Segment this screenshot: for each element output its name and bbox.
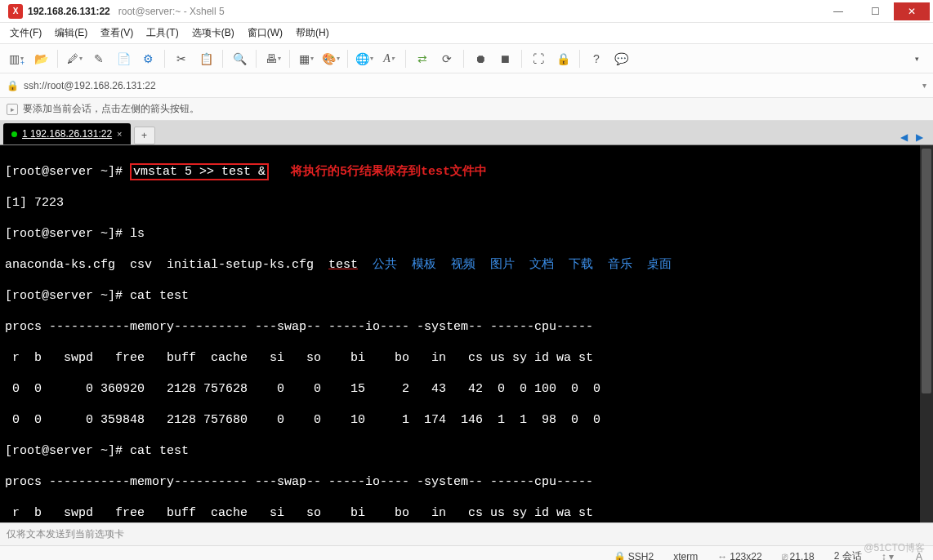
terminal[interactable]: [root@server ~]# vmstat 5 >> test & 将执行的… [0,145,933,522]
toolbar-overflow-icon[interactable]: ▾ [907,49,926,69]
menu-view[interactable]: 查看(V) [100,26,133,40]
transfer-icon[interactable]: ⇄ [413,49,432,69]
menu-help[interactable]: 帮助(H) [296,26,329,40]
ls-output: anaconda-ks.cfg csv initial-setup-ks.cfg [5,258,328,272]
lock-status-icon: 🔒 [614,551,626,561]
ls-dir: 公共 [373,258,397,272]
chat-icon[interactable]: 💬 [611,49,631,69]
menu-tabs[interactable]: 选项卡(B) [192,26,234,40]
lock-icon[interactable]: 🔒 [553,49,573,69]
prompt: [root@server ~]# [5,444,130,458]
vmstat-cols: r b swpd free buff cache si so bi bo in … [5,505,928,521]
close-button[interactable]: ✕ [894,2,930,20]
new-session-icon[interactable]: ▥+▾ [7,49,26,69]
minimize-button[interactable]: — [820,2,856,20]
position-icon: ⎚ [782,551,788,561]
cmd: cat test [130,444,189,458]
tab-prev-icon[interactable]: ◀ [897,130,911,144]
tab-next-icon[interactable]: ▶ [913,130,926,144]
maximize-button[interactable]: ☐ [857,2,893,20]
refresh-icon[interactable]: ⟳ [437,49,457,69]
toolbar: ▥+▾ 📂 🖉▾ ✎ 📄 ⚙ ✂ 📋 🔍 🖶▾ ▦▾ 🎨▾ 🌐▾ A▾ ⇄ ⟳ … [0,44,933,73]
annotation: 将执行的5行结果保存到test文件中 [291,165,487,179]
status-sessions: 2 会话 [834,549,862,560]
settings-icon[interactable]: ⚙ [138,49,158,69]
help-icon[interactable]: ? [587,49,606,69]
status-size: ↔123x22 [717,551,761,561]
cmd: ls [130,227,145,241]
reconnect-icon[interactable]: 🖉▾ [65,49,84,69]
session-url[interactable]: ssh://root@192.168.26.131:22 [24,80,156,91]
title-host: 192.168.26.131:22 [28,6,110,17]
colors-icon[interactable]: 🎨▾ [321,49,341,69]
tab-close-icon[interactable]: × [117,129,122,139]
paste-icon[interactable]: 📋 [196,49,216,69]
session-tab[interactable]: 1 192.168.26.131:22 × [3,123,131,144]
disconnect-icon[interactable]: ✎ [89,49,109,69]
copy-icon[interactable]: ✂ [172,49,191,69]
hint-bar: ▸ 要添加当前会话，点击左侧的箭头按钮。 [0,98,933,121]
cmd: cat test [130,289,189,303]
vmstat-header: procs -----------memory---------- ---swa… [5,319,928,335]
properties-icon[interactable]: 📄 [114,49,133,69]
menu-file[interactable]: 文件(F) [10,26,42,40]
scrollbar-thumb[interactable] [922,149,931,393]
ls-dir: 桌面 [647,258,672,272]
font-icon[interactable]: A▾ [379,49,399,69]
menu-tools[interactable]: 工具(T) [146,26,178,40]
highlighted-command: vmstat 5 >> test & [130,163,269,180]
vmstat-row: 0 0 0 359848 2128 757680 0 0 10 1 174 14… [5,412,928,428]
send-bar-placeholder: 仅将文本发送到当前选项卡 [7,527,124,541]
title-sub: root@server:~ - Xshell 5 [118,6,225,17]
status-cursor-pos: ⎚21,18 [782,551,815,561]
size-icon: ↔ [717,551,727,561]
ls-dir: 图片 [490,258,515,272]
terminal-scrollbar[interactable] [920,145,933,522]
globe-icon[interactable]: 🌐▾ [355,49,374,69]
vmstat-cols: r b swpd free buff cache si so bi bo in … [5,350,928,366]
lock-small-icon: 🔒 [7,80,19,91]
print-icon[interactable]: 🖶▾ [263,49,283,69]
open-icon[interactable]: 📂 [31,49,51,69]
vmstat-header: procs -----------memory---------- ---swa… [5,474,928,490]
record-icon[interactable]: ⏺ [471,49,490,69]
fullscreen-icon[interactable]: ⛶ [529,49,548,69]
stop-icon[interactable]: ⏹ [495,49,515,69]
ls-test-file: test [328,258,358,272]
app-icon: X [8,4,23,19]
tab-bar: 1 192.168.26.131:22 × + ◀ ▶ [0,121,933,145]
menu-window[interactable]: 窗口(W) [248,26,283,40]
vmstat-row: 0 0 0 360920 2128 757628 0 0 15 2 43 42 … [5,381,928,397]
address-bar: 🔒 ssh://root@192.168.26.131:22 ▾ [0,73,933,98]
tab-label: 1 192.168.26.131:22 [22,128,112,140]
hint-text: 要添加当前会话，点击左侧的箭头按钮。 [23,102,199,116]
menu-edit[interactable]: 编辑(E) [55,26,87,40]
status-protocol: 🔒SSH2 [614,551,654,561]
ls-dir: 下载 [569,258,593,272]
status-caps-icon: A [916,551,922,561]
ls-dir: 音乐 [608,258,632,272]
status-termtype: xterm [673,551,698,561]
send-bar[interactable]: 仅将文本发送到当前选项卡 [0,522,933,545]
prompt: [root@server ~]# [5,165,130,179]
prompt: [root@server ~]# [5,227,130,241]
status-bar: 🔒SSH2 xterm ↔123x22 ⎚21,18 2 会话 ↕ ▾ A [0,545,933,560]
tab-nav: ◀ ▶ [897,130,930,144]
ls-dir: 模板 [412,258,436,272]
bookmark-hint-icon[interactable]: ▸ [7,104,18,115]
ls-dir: 视频 [451,258,475,272]
title-bar: X 192.168.26.131:22 root@server:~ - Xshe… [0,0,933,23]
prompt: [root@server ~]# [5,289,130,303]
menu-bar: 文件(F) 编辑(E) 查看(V) 工具(T) 选项卡(B) 窗口(W) 帮助(… [0,23,933,44]
address-dropdown-icon[interactable]: ▾ [922,81,926,90]
new-tab-button[interactable]: + [134,127,155,144]
output-line: [1] 7223 [5,195,928,211]
search-icon[interactable]: 🔍 [230,49,249,69]
ls-dir: 文档 [529,258,554,272]
layout-icon[interactable]: ▦▾ [297,49,316,69]
status-dot-icon [11,131,17,137]
status-rows-icon[interactable]: ↕ ▾ [882,551,894,561]
